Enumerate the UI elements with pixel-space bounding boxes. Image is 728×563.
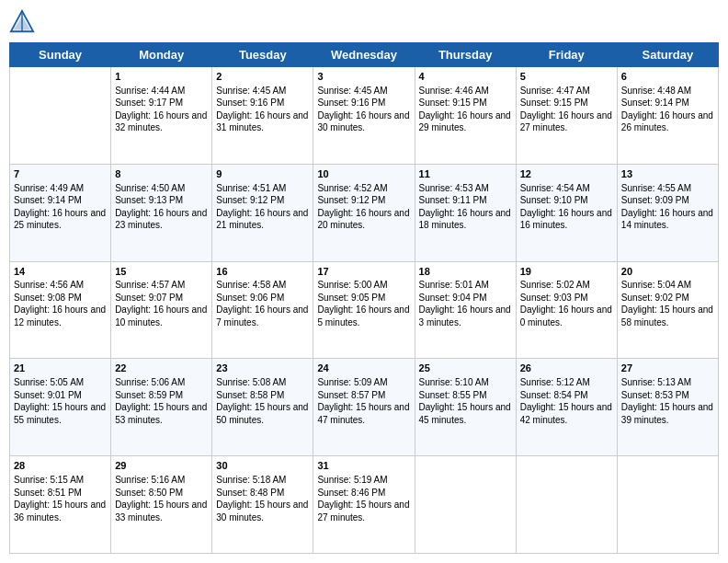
sunrise-text: Sunrise: 4:45 AM bbox=[216, 86, 286, 96]
day-number: 27 bbox=[621, 362, 714, 375]
day-number: 5 bbox=[520, 70, 613, 84]
sunset-text: Sunset: 8:53 PM bbox=[621, 390, 689, 400]
sunrise-text: Sunrise: 4:44 AM bbox=[115, 86, 185, 96]
day-number: 21 bbox=[14, 362, 107, 375]
day-number: 31 bbox=[317, 459, 410, 473]
sunset-text: Sunset: 9:05 PM bbox=[317, 293, 385, 303]
day-cell-21: 21Sunrise: 5:05 AMSunset: 9:01 PMDayligh… bbox=[10, 359, 111, 456]
sunrise-text: Sunrise: 4:54 AM bbox=[520, 183, 590, 193]
daylight-text: Daylight: 16 hours and 5 minutes. bbox=[317, 304, 409, 327]
day-number: 1 bbox=[115, 70, 208, 84]
sunrise-text: Sunrise: 4:48 AM bbox=[621, 86, 691, 96]
day-number: 8 bbox=[115, 167, 208, 181]
week-row-4: 21Sunrise: 5:05 AMSunset: 9:01 PMDayligh… bbox=[10, 359, 719, 456]
day-cell-7: 7Sunrise: 4:49 AMSunset: 9:14 PMDaylight… bbox=[10, 164, 111, 261]
sunset-text: Sunset: 8:48 PM bbox=[216, 488, 284, 498]
day-cell-31: 31Sunrise: 5:19 AMSunset: 8:46 PMDayligh… bbox=[313, 456, 415, 554]
empty-cell bbox=[617, 456, 718, 554]
sunrise-text: Sunrise: 4:53 AM bbox=[419, 183, 489, 193]
daylight-text: Daylight: 15 hours and 42 minutes. bbox=[520, 402, 612, 425]
sunrise-text: Sunrise: 5:16 AM bbox=[115, 475, 185, 485]
day-number: 4 bbox=[419, 70, 512, 84]
day-cell-25: 25Sunrise: 5:10 AMSunset: 8:55 PMDayligh… bbox=[415, 359, 516, 456]
sunset-text: Sunset: 9:12 PM bbox=[317, 195, 385, 205]
day-cell-5: 5Sunrise: 4:47 AMSunset: 9:15 PMDaylight… bbox=[516, 67, 617, 165]
day-number: 25 bbox=[419, 362, 512, 375]
daylight-text: Daylight: 15 hours and 47 minutes. bbox=[317, 402, 409, 425]
sunrise-text: Sunrise: 4:57 AM bbox=[115, 280, 185, 290]
weekday-header-saturday: Saturday bbox=[617, 43, 718, 67]
sunset-text: Sunset: 9:07 PM bbox=[115, 293, 183, 303]
sunrise-text: Sunrise: 5:13 AM bbox=[621, 377, 691, 387]
sunrise-text: Sunrise: 4:58 AM bbox=[216, 280, 286, 290]
daylight-text: Daylight: 15 hours and 45 minutes. bbox=[419, 402, 511, 425]
daylight-text: Daylight: 16 hours and 26 minutes. bbox=[621, 110, 713, 133]
empty-cell bbox=[516, 456, 617, 554]
sunset-text: Sunset: 9:06 PM bbox=[216, 293, 284, 303]
sunset-text: Sunset: 8:59 PM bbox=[115, 390, 183, 400]
daylight-text: Daylight: 16 hours and 29 minutes. bbox=[419, 110, 511, 133]
day-cell-15: 15Sunrise: 4:57 AMSunset: 9:07 PMDayligh… bbox=[111, 261, 212, 359]
day-number: 29 bbox=[115, 459, 208, 473]
day-cell-8: 8Sunrise: 4:50 AMSunset: 9:13 PMDaylight… bbox=[111, 164, 212, 261]
logo bbox=[9, 9, 37, 35]
day-cell-19: 19Sunrise: 5:02 AMSunset: 9:03 PMDayligh… bbox=[516, 261, 617, 359]
day-number: 3 bbox=[317, 70, 410, 84]
sunrise-text: Sunrise: 5:04 AM bbox=[621, 280, 691, 290]
weekday-header-sunday: Sunday bbox=[10, 43, 111, 67]
day-cell-18: 18Sunrise: 5:01 AMSunset: 9:04 PMDayligh… bbox=[415, 261, 516, 359]
day-cell-6: 6Sunrise: 4:48 AMSunset: 9:14 PMDaylight… bbox=[617, 67, 718, 165]
weekday-header-tuesday: Tuesday bbox=[212, 43, 313, 67]
sunset-text: Sunset: 9:10 PM bbox=[520, 195, 588, 205]
day-number: 13 bbox=[621, 167, 714, 181]
day-number: 7 bbox=[14, 167, 107, 181]
weekday-header-monday: Monday bbox=[111, 43, 212, 67]
sunset-text: Sunset: 9:09 PM bbox=[621, 195, 689, 205]
day-cell-27: 27Sunrise: 5:13 AMSunset: 8:53 PMDayligh… bbox=[617, 359, 718, 456]
day-cell-4: 4Sunrise: 4:46 AMSunset: 9:15 PMDaylight… bbox=[415, 67, 516, 165]
sunset-text: Sunset: 9:11 PM bbox=[419, 195, 487, 205]
day-cell-28: 28Sunrise: 5:15 AMSunset: 8:51 PMDayligh… bbox=[10, 456, 111, 554]
day-cell-10: 10Sunrise: 4:52 AMSunset: 9:12 PMDayligh… bbox=[313, 164, 415, 261]
sunrise-text: Sunrise: 5:05 AM bbox=[14, 377, 84, 387]
sunset-text: Sunset: 9:16 PM bbox=[216, 98, 284, 108]
daylight-text: Daylight: 16 hours and 27 minutes. bbox=[520, 110, 612, 133]
sunrise-text: Sunrise: 5:01 AM bbox=[419, 280, 489, 290]
day-cell-22: 22Sunrise: 5:06 AMSunset: 8:59 PMDayligh… bbox=[111, 359, 212, 456]
week-row-5: 28Sunrise: 5:15 AMSunset: 8:51 PMDayligh… bbox=[10, 456, 719, 554]
daylight-text: Daylight: 15 hours and 30 minutes. bbox=[216, 500, 308, 523]
sunset-text: Sunset: 9:04 PM bbox=[419, 293, 487, 303]
day-number: 20 bbox=[621, 265, 714, 279]
day-cell-14: 14Sunrise: 4:56 AMSunset: 9:08 PMDayligh… bbox=[10, 261, 111, 359]
day-cell-26: 26Sunrise: 5:12 AMSunset: 8:54 PMDayligh… bbox=[516, 359, 617, 456]
daylight-text: Daylight: 16 hours and 0 minutes. bbox=[520, 304, 612, 327]
sunrise-text: Sunrise: 4:45 AM bbox=[317, 86, 387, 96]
sunset-text: Sunset: 8:55 PM bbox=[419, 390, 487, 400]
sunrise-text: Sunrise: 4:49 AM bbox=[14, 183, 84, 193]
sunset-text: Sunset: 9:01 PM bbox=[14, 390, 82, 400]
day-number: 26 bbox=[520, 362, 613, 375]
sunrise-text: Sunrise: 4:56 AM bbox=[14, 280, 84, 290]
sunset-text: Sunset: 9:12 PM bbox=[216, 195, 284, 205]
sunset-text: Sunset: 9:15 PM bbox=[520, 98, 588, 108]
day-cell-13: 13Sunrise: 4:55 AMSunset: 9:09 PMDayligh… bbox=[617, 164, 718, 261]
daylight-text: Daylight: 16 hours and 16 minutes. bbox=[520, 208, 612, 231]
day-cell-9: 9Sunrise: 4:51 AMSunset: 9:12 PMDaylight… bbox=[212, 164, 313, 261]
daylight-text: Daylight: 15 hours and 27 minutes. bbox=[317, 500, 409, 523]
sunrise-text: Sunrise: 5:19 AM bbox=[317, 475, 387, 485]
sunset-text: Sunset: 9:03 PM bbox=[520, 293, 588, 303]
daylight-text: Daylight: 16 hours and 12 minutes. bbox=[14, 304, 106, 327]
day-number: 18 bbox=[419, 265, 512, 279]
day-number: 2 bbox=[216, 70, 309, 84]
sunset-text: Sunset: 8:54 PM bbox=[520, 390, 588, 400]
day-number: 17 bbox=[317, 265, 410, 279]
week-row-1: 1Sunrise: 4:44 AMSunset: 9:17 PMDaylight… bbox=[10, 67, 719, 165]
day-number: 15 bbox=[115, 265, 208, 279]
day-cell-17: 17Sunrise: 5:00 AMSunset: 9:05 PMDayligh… bbox=[313, 261, 415, 359]
empty-cell bbox=[10, 67, 111, 165]
day-cell-2: 2Sunrise: 4:45 AMSunset: 9:16 PMDaylight… bbox=[212, 67, 313, 165]
day-number: 24 bbox=[317, 362, 410, 375]
day-cell-11: 11Sunrise: 4:53 AMSunset: 9:11 PMDayligh… bbox=[415, 164, 516, 261]
weekday-header-wednesday: Wednesday bbox=[313, 43, 415, 67]
sunrise-text: Sunrise: 5:08 AM bbox=[216, 377, 286, 387]
